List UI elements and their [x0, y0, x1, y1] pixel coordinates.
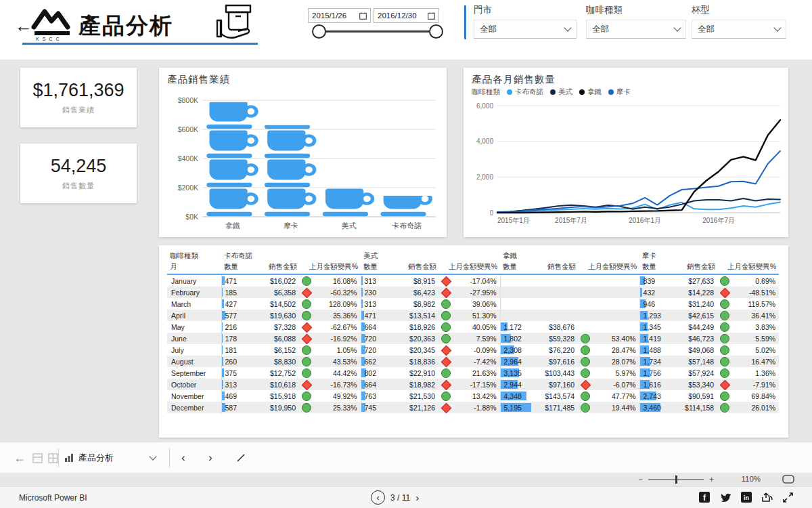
kpi-sales-amount[interactable]: $1,761,369 銷售業績	[20, 68, 137, 127]
matrix-table: 咖啡種類卡布奇諾美式拿鐵摩卡月數量銷售金額上月金額變異%數量銷售金額上月金額變異…	[167, 251, 780, 433]
table-row[interactable]: September375$12,75244.42%802$22,91021.63…	[167, 367, 779, 379]
twitter-icon[interactable]	[719, 492, 731, 503]
table-row[interactable]: February185$6,358-60.32%230$6,423-27.95%…	[167, 287, 779, 298]
kpi-down-icon	[441, 356, 452, 367]
table-row[interactable]: January471$16,02216.08%313$8,915-17.04%8…	[167, 274, 779, 287]
calendar-icon	[428, 12, 435, 20]
kpi-up-icon	[441, 299, 451, 309]
cup-size-dropdown[interactable]: 全部	[692, 20, 786, 39]
header-divider	[464, 5, 466, 39]
table-row[interactable]: October313$10,618-16.73%664$18,982-17.15…	[167, 379, 779, 390]
table-row[interactable]: August260$8,83043.53%662$18,836-7.42%2,9…	[167, 356, 779, 367]
page-prev-button[interactable]: ‹	[371, 490, 385, 505]
svg-text:美式: 美式	[341, 221, 356, 230]
date-to-input[interactable]: 2016/12/30	[374, 8, 439, 23]
kpi-up-icon	[302, 368, 311, 378]
facebook-icon[interactable]: f	[699, 492, 710, 503]
next-page-button[interactable]: ›	[208, 442, 212, 473]
kpi-sales-quantity[interactable]: 54,245 銷售數量	[20, 144, 137, 203]
coffee-type-dropdown[interactable]: 全部	[586, 20, 686, 39]
slider-handle-right[interactable]	[429, 24, 443, 39]
svg-text:拿鐵: 拿鐵	[225, 221, 240, 230]
kpi-down-icon	[581, 379, 591, 390]
matrix-table-card[interactable]: 咖啡種類卡布奇諾美式拿鐵摩卡月數量銷售金額上月金額變異%數量銷售金額上月金額變異…	[159, 245, 788, 438]
kpi-up-icon	[441, 391, 451, 401]
table-row[interactable]: June178$6,088-16.92%720$20,3637.59%1,802…	[167, 333, 779, 344]
svg-text:$800K: $800K	[178, 96, 198, 104]
zoom-in-button[interactable]: +	[709, 475, 714, 484]
zoom-slider[interactable]	[648, 479, 704, 480]
cup-bar-chart[interactable]: $800K$600K$400K$200K$0K拿鐵摩卡美式卡布奇諾	[164, 88, 441, 234]
chevron-down-icon	[564, 24, 571, 31]
page-indicator: 3 / 11	[390, 493, 410, 503]
report-page-icon	[65, 454, 73, 462]
kpi-value: 54,245	[20, 156, 137, 177]
zoom-slider-handle[interactable]	[675, 475, 677, 484]
svg-text:$0K: $0K	[185, 213, 198, 221]
svg-text:6,000: 6,000	[476, 102, 493, 110]
svg-text:$200K: $200K	[178, 184, 198, 192]
legend-item[interactable]: 卡布奇諾	[507, 87, 543, 97]
date-range-slider[interactable]	[318, 30, 434, 33]
filter-cup-size: 杯型 全部	[692, 4, 786, 39]
kpi-up-icon	[302, 403, 311, 412]
chart-title: 產品各月銷售數量	[464, 68, 788, 86]
legend-item[interactable]: 摩卡	[608, 87, 631, 97]
line-chart-card[interactable]: 產品各月銷售數量 咖啡種類 卡布奇諾美式拿鐵摩卡 6,0004,0002,000…	[464, 68, 788, 237]
legend-item[interactable]: 拿鐵	[579, 87, 602, 97]
legend-dot-icon	[608, 89, 614, 95]
legend-dot-icon	[507, 89, 512, 95]
product-box-icon	[215, 3, 257, 41]
grid-view-icon[interactable]	[48, 453, 58, 463]
prev-page-button[interactable]: ‹	[181, 442, 185, 473]
date-from-input[interactable]: 2015/1/26	[308, 8, 371, 23]
zoom-out-button[interactable]: −	[638, 475, 643, 484]
table-row[interactable]: March427$14,502128.09%313$8,98239.06%946…	[167, 298, 779, 310]
kpi-up-icon	[441, 322, 451, 332]
table-row[interactable]: April577$19,63035.36%471$13,51451.30%1,2…	[167, 310, 779, 321]
report-canvas: $1,761,369 銷售業績 54,245 銷售數量 產品銷售業績 $800K…	[0, 60, 812, 442]
page-title: 產品分析	[78, 11, 173, 41]
kpi-label: 銷售業績	[20, 105, 137, 115]
legend-dot-icon	[550, 89, 556, 95]
slider-handle-left[interactable]	[312, 24, 326, 39]
kpi-up-icon	[581, 403, 590, 412]
view-mode-icon[interactable]	[32, 453, 43, 463]
page-next-button[interactable]: ›	[415, 492, 419, 503]
filter-coffee-type: 咖啡種類 全部	[586, 4, 686, 39]
kpi-down-icon	[720, 379, 731, 390]
svg-text:2,000: 2,000	[476, 173, 493, 181]
monthly-line-chart[interactable]: 6,0004,0002,00002015年1月2015年7月2016年1月201…	[466, 99, 786, 236]
svg-text:$400K: $400K	[178, 154, 198, 163]
kpi-up-icon	[720, 299, 729, 309]
divider	[58, 448, 59, 467]
fit-to-page-icon[interactable]	[782, 475, 794, 484]
table-row[interactable]: November469$15,91849.92%763$21,53013.42%…	[167, 390, 779, 402]
tab-product-analysis[interactable]: 產品分析	[65, 442, 156, 473]
table-row[interactable]: December587$19,95025.33%745$21,126-1.88%…	[167, 402, 779, 413]
table-row[interactable]: July181$6,1521.05%720$20,345-0.09%2,308$…	[167, 344, 779, 356]
kpi-up-icon	[581, 357, 590, 366]
kpi-up-icon	[720, 345, 729, 355]
fullscreen-icon[interactable]	[783, 492, 793, 503]
svg-text:2016年1月: 2016年1月	[629, 217, 661, 224]
kpi-up-icon	[302, 345, 311, 355]
store-dropdown[interactable]: 全部	[474, 20, 577, 39]
legend-dot-icon	[579, 89, 585, 95]
table-row[interactable]: May216$7,328-62.67%664$18,92640.05%1,172…	[167, 321, 779, 333]
legend-item[interactable]: 美式	[550, 87, 572, 97]
nav-back-button[interactable]: ←	[14, 442, 26, 473]
kpi-up-icon	[441, 368, 451, 378]
kpi-down-icon	[441, 287, 452, 298]
status-bar: Microsoft Power BI ‹ 3 / 11 › f in	[0, 486, 812, 508]
powerbi-brand: Microsoft Power BI	[19, 493, 87, 503]
linkedin-icon[interactable]: in	[741, 492, 752, 503]
kpi-up-icon	[581, 345, 590, 355]
share-icon[interactable]	[761, 492, 773, 503]
kpi-down-icon	[441, 379, 452, 390]
kpi-up-icon	[581, 368, 590, 378]
kpi-down-icon	[720, 287, 731, 298]
draw-tool-icon[interactable]	[235, 442, 246, 473]
bar-chart-card[interactable]: 產品銷售業績 $800K$600K$400K$200K$0K拿鐵摩卡美式卡布奇諾	[159, 68, 447, 237]
kpi-up-icon	[581, 334, 590, 343]
